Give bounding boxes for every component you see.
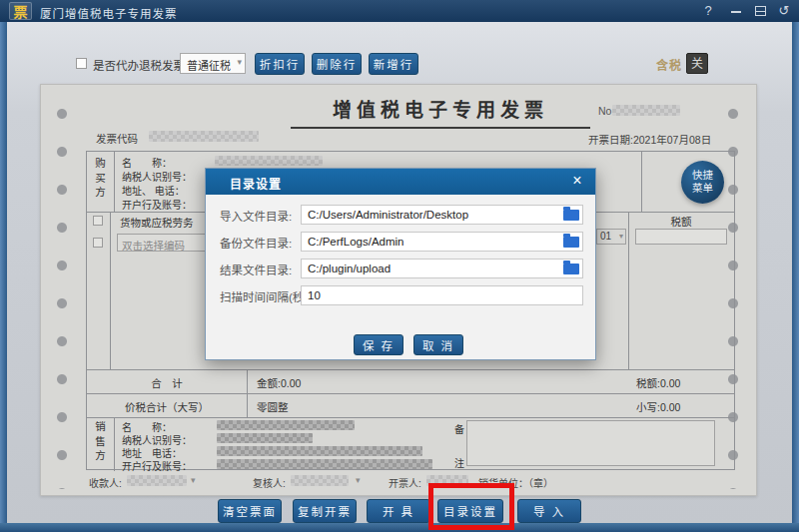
result-dir-label: 结果文件目录: [220, 262, 292, 277]
title-bar: 票 厦门增值税电子专用发票 ? ↺ [0, 0, 799, 22]
window-frame-bottom [0, 523, 799, 532]
minimize-icon[interactable] [731, 11, 741, 13]
window-title: 厦门增值税电子专用发票 [40, 5, 178, 21]
tax-rate-dropdown[interactable]: 01 ▾ [596, 229, 626, 245]
buyer-name-redacted [215, 156, 323, 166]
invoice-number-redacted [612, 105, 680, 116]
backup-dir-input[interactable] [301, 232, 583, 252]
tax-amount-cell[interactable] [635, 229, 727, 245]
dialog-header: 目录设置 × [206, 169, 595, 195]
import-button[interactable]: 导 入 [517, 499, 581, 523]
invoice-code-redacted [149, 131, 259, 142]
payee-dropdown-icon[interactable]: ▾ [191, 475, 196, 485]
payee-label: 收款人: [89, 475, 122, 490]
reviewer-redacted [291, 475, 349, 486]
folder-icon[interactable] [563, 237, 579, 248]
total-tax-value: 税额:0.00 [636, 375, 680, 390]
issue-button[interactable]: 开 具 [367, 499, 430, 523]
divider [628, 212, 629, 369]
tax-included-label: 含税 [656, 56, 682, 73]
payee-redacted [127, 475, 187, 486]
divider [114, 417, 115, 471]
restore-icon[interactable]: ↺ [775, 3, 793, 19]
invoice-form-title: 增值税电子专用发票 [291, 95, 590, 129]
drawer-label: 开票人: [389, 475, 421, 490]
goods-row-checkbox-1[interactable] [93, 216, 103, 226]
divider [641, 152, 642, 212]
directory-settings-button[interactable]: 目录设置 [437, 499, 503, 523]
seller-bank-label: 开户行及账号： [122, 458, 192, 473]
total-in-words-value: 零圆整 [257, 399, 289, 414]
tax-amount-column-header: 税额 [628, 214, 734, 229]
folder-icon[interactable] [563, 210, 579, 221]
remark-box[interactable] [466, 420, 715, 466]
tax-included-toggle[interactable]: 关 [686, 53, 708, 74]
invoice-date: 开票日期:2021年07月08日 [588, 132, 711, 147]
save-button[interactable]: 保 存 [354, 334, 403, 355]
directory-settings-dialog: 目录设置 × 导入文件目录: 备份文件目录: 结果文件目录: 扫描时间间隔(秒)… [205, 168, 596, 360]
result-dir-input[interactable] [301, 259, 583, 278]
import-dir-input[interactable] [301, 205, 583, 225]
remark-label-bottom: 注 [454, 455, 464, 470]
buyer-taxid-label: 纳税人识别号： [122, 169, 192, 184]
help-icon[interactable]: ? [699, 3, 717, 19]
window-frame-left [0, 22, 7, 532]
total-row-label: 合 计 [87, 375, 247, 390]
window-frame-right [792, 22, 799, 532]
scan-interval-input[interactable] [301, 285, 583, 305]
refund-invoice-label: 是否代办退税发票 [93, 57, 185, 73]
discount-row-button[interactable]: 折扣行 [255, 53, 305, 75]
add-row-button[interactable]: 新增行 [369, 53, 418, 75]
divider [87, 369, 734, 370]
seller-taxid-redacted [217, 433, 313, 443]
goods-code-placeholder: 双击选择编码 [122, 238, 185, 253]
tax-mode-dropdown[interactable]: 普通征税 ▾ [180, 53, 246, 74]
buyer-name-label: 名 称： [122, 155, 172, 170]
seller-name-redacted [217, 420, 355, 430]
maximize-icon[interactable] [755, 6, 766, 16]
goods-row-checkbox-2[interactable] [93, 238, 103, 248]
remark-label-top: 备 [454, 421, 464, 436]
seller-address-redacted [217, 446, 422, 456]
total-in-words-label: 价税合计（大写） [87, 399, 247, 414]
divider [114, 152, 115, 212]
import-dir-label: 导入文件目录: [220, 208, 292, 224]
divider [87, 417, 734, 418]
folder-icon[interactable] [563, 264, 579, 274]
buyer-section-label: 购买方 [93, 158, 108, 202]
delete-row-button[interactable]: 删除行 [312, 53, 362, 75]
invoice-code-label: 发票代码 [96, 131, 138, 146]
seller-section-label: 销售方 [93, 421, 108, 465]
app-window: 票 厦门增值税电子专用发票 ? ↺ 是否代办退税发票 普通征税 ▾ 折扣行 删除… [0, 0, 799, 532]
chevron-down-icon: ▾ [237, 57, 242, 67]
buyer-address-label: 地址、 电话： [122, 183, 185, 198]
total-in-figures-value: 小写:0.00 [636, 399, 680, 414]
close-icon[interactable]: × [567, 171, 587, 191]
tax-mode-value: 普通征税 [187, 60, 231, 72]
reviewer-label: 复核人: [253, 475, 286, 490]
clear-invoice-button[interactable]: 清空票面 [218, 499, 282, 523]
app-logo-icon: 票 [9, 2, 32, 20]
scan-interval-label: 扫描时间间隔(秒): [220, 288, 311, 304]
seller-unit-label: 销货单位：（章） [478, 475, 553, 490]
copy-invoice-button[interactable]: 复制开票 [293, 499, 357, 523]
total-amount-value: 金额:0.00 [257, 375, 301, 390]
dialog-title: 目录设置 [230, 175, 282, 192]
seller-bank-redacted [217, 459, 432, 469]
refund-invoice-checkbox[interactable] [76, 58, 87, 69]
quick-menu-button[interactable]: 快捷 菜单 [681, 161, 724, 204]
quick-menu-line1: 快捷 [681, 169, 724, 182]
divider [110, 212, 111, 369]
buyer-bank-label: 开户行及账号： [122, 197, 192, 212]
invoice-number-prefix: No [598, 105, 611, 117]
chevron-down-icon: ▾ [619, 232, 623, 241]
quick-menu-line2: 菜单 [681, 182, 724, 195]
backup-dir-label: 备份文件目录: [220, 235, 292, 251]
tax-rate-value: 01 [600, 231, 611, 242]
goods-column-header: 货物或应税劳务 [120, 215, 194, 230]
divider [87, 393, 734, 394]
perforation-dots-left [51, 95, 73, 489]
reviewer-dropdown-icon[interactable]: ▾ [356, 475, 361, 485]
cancel-button[interactable]: 取 消 [413, 334, 463, 355]
drawer-redacted [426, 475, 468, 486]
